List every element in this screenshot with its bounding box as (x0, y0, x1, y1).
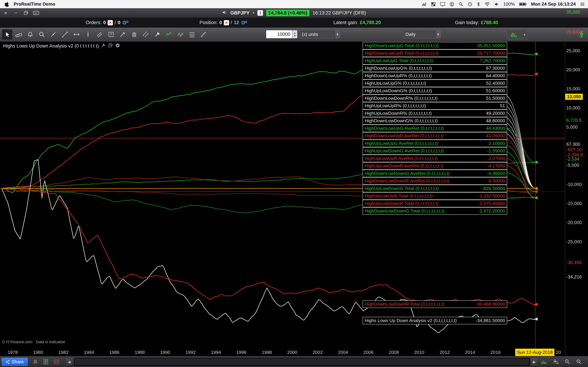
legend-value: -9.50000 (487, 178, 505, 184)
legend-label: HighDownLowUpG Total (0,t,t,t,t,t,t,t) (365, 43, 439, 48)
legend-label: HighUpLowUpR AveRet (0,t,t,t,t,t,t,t) (365, 156, 438, 161)
price-axis-label: -2,534 (566, 156, 579, 162)
price-axis-label: -15,000 (566, 201, 582, 206)
legend-row[interactable]: HighUpLowUpR% (0,t,t,t,t,t,t,t)51 (363, 102, 507, 109)
legend-label: HighUpLowUpG% (0,t,t,t,t,t,t,t) (365, 81, 426, 86)
scrollbar-thumb[interactable] (75, 358, 529, 365)
legend-row[interactable]: HighDownLowDownG% (0,t,t,t,t,t,t,t)48.80… (363, 117, 507, 125)
share-label: Share (12, 359, 24, 365)
legend-value: 44.43000 (486, 126, 505, 131)
portfolio-icon[interactable] (52, 358, 61, 366)
time-axis-label: 1988 (131, 350, 148, 355)
legend-row[interactable]: HighUpLowDownR AveRet (0,t,t,t,t,t,t,t)-… (363, 162, 507, 170)
legend-row[interactable]: HighUpLowDownG% (0,t,t,t,t,t,t,t)51.6000… (363, 87, 507, 95)
legend-value: -4.36000 (487, 171, 505, 176)
price-axis[interactable]: 35,08529,84925,00020,00015,00013,05010,0… (565, 0, 588, 325)
legend-row[interactable]: HighDownLowDownR Total (0,t,t,t,t,t,t,t)… (363, 300, 507, 308)
legend-value: 49.20000 (486, 111, 505, 116)
legend-row[interactable]: HighUpLowUpR Total (0,t,t,t,t,t,t,t)-1,3… (363, 192, 507, 200)
bottom-toolbar: Share ◀ ▶ (0, 356, 588, 367)
legend-row[interactable]: HighUpLowUpG AveRet (0,t,t,t,t,t,t,t)2.1… (363, 140, 507, 147)
legend-value: 51 (500, 103, 505, 108)
legend-row[interactable]: HighDownLowUpR Total (0,t,t,t,t,t,t,t)29… (363, 50, 507, 57)
price-axis-label: 35,085 (566, 9, 580, 15)
add-indicator-icon[interactable] (540, 358, 548, 366)
price-axis-label: 5,000 (566, 125, 578, 130)
legend-value: -4.17000 (487, 163, 505, 169)
legend-row[interactable]: HighDownLowUpG% (0,t,t,t,t,t,t,t)67.3000… (363, 65, 507, 72)
year-label-partial: 20 (556, 350, 561, 355)
share-button[interactable]: Share (1, 358, 28, 366)
legend-row[interactable]: HighDownLowUpG AveRet (0,t,t,t,t,t,t,t)4… (363, 125, 507, 132)
legend-row[interactable]: HighUpLowUpG Total (0,t,t,t,t,t,t,t)7,26… (363, 57, 507, 65)
legend-row[interactable]: HighUpLowDownG Total (0,t,t,t,t,t,t,t)-8… (363, 185, 507, 192)
legend-label: HighDownLowUpG AveRet (0,t,t,t,t,t,t,t) (365, 126, 444, 131)
legend-row[interactable]: HighUpLowDownG AveRet (0,t,t,t,t,t,t,t)-… (363, 147, 507, 155)
legend-label: HighDownLowDownR% (0,t,t,t,t,t,t,t) (365, 96, 438, 101)
legend-row[interactable]: HighUpLowDownR Total (0,t,t,t,t,t,t,t)-2… (363, 200, 507, 207)
trader-profile-icon[interactable] (31, 358, 40, 366)
legend-value: 51.60000 (486, 88, 505, 93)
price-axis-label: 13,050 (565, 94, 583, 100)
legend-label: HighDownLowDownG% (0,t,t,t,t,t,t,t) (365, 118, 438, 124)
legend-value: 2.10000 (489, 141, 505, 146)
scroll-left-button[interactable]: ◀ (65, 358, 73, 366)
price-axis-label: 20,000 (566, 67, 580, 73)
find-instrument-icon[interactable] (552, 358, 560, 366)
indicator-settings-icon[interactable] (101, 43, 106, 49)
zoom-out-icon[interactable] (563, 358, 571, 366)
legend-value: -1.55000 (487, 148, 505, 154)
legend-label: HighDownLowDownG Total (0,t,t,t,t,t,t,t) (365, 208, 444, 214)
chart-scrollbar[interactable] (74, 358, 530, 366)
legend-row[interactable]: HighDownLowUpR% (0,t,t,t,t,t,t,t)64.4000… (363, 72, 507, 80)
legend-value: 7,262.70000 (480, 58, 505, 63)
copyright-text: © IT-Finance.com (2, 340, 33, 344)
time-axis-label: 2006 (360, 350, 377, 355)
legend-row[interactable]: HighUpLowUpG% (0,t,t,t,t,t,t,t)52.40000 (363, 80, 507, 87)
time-axis-label: 1980 (29, 350, 47, 355)
legend-value: -2.07000 (487, 156, 505, 161)
legend-value: 35,051.50000 (477, 43, 505, 48)
legend-value: -1,332.50000 (478, 193, 505, 199)
legend-value: 52.40000 (486, 81, 505, 86)
indicator-close-icon[interactable] (115, 43, 120, 49)
legend-value: 67.30000 (486, 66, 505, 71)
legend-label: HighDownLowUpG% (0,t,t,t,t,t,t,t) (365, 66, 432, 71)
time-axis[interactable]: 1978198019821984198619881990199219941996… (0, 349, 565, 357)
time-axis-label: 2004 (334, 350, 352, 355)
chart-area[interactable]: Highs Lows Up Down Analysis v2 (0 t t t … (0, 42, 588, 367)
legend-value: 48.80000 (486, 118, 505, 124)
report-icon[interactable] (42, 358, 50, 366)
time-axis-label: 1978 (4, 350, 22, 355)
time-axis-label: 2000 (284, 350, 301, 355)
legend-row[interactable]: HighDownLowUpG Total (0,t,t,t,t,t,t,t)35… (363, 42, 507, 50)
legend-label: HighUpLowUpR Total (0,t,t,t,t,t,t,t) (365, 193, 432, 199)
price-axis-label: -5,000 (566, 163, 579, 168)
legend-row[interactable]: HighDownLowDownR% (0,t,t,t,t,t,t,t)51.50… (363, 95, 507, 102)
legend-label: HighDownLowDownR Total (0,t,t,t,t,t,t,t) (365, 301, 444, 307)
time-axis-label: 2016 (487, 350, 504, 355)
price-axis-label: -927.10 (566, 147, 582, 152)
price-axis-label: -30,456 (566, 260, 582, 265)
legend-label: HighDownLowUpR Total (0,t,t,t,t,t,t,t) (365, 50, 438, 56)
legend-row[interactable]: Highs Lows Up Down Analysis v2 (0,t,t,t,… (363, 317, 507, 324)
scroll-right-button[interactable]: ▶ (531, 358, 538, 366)
legend-label: HighUpLowUpR% (0,t,t,t,t,t,t,t) (365, 103, 426, 108)
legend-row[interactable]: HighUpLowUpR AveRet (0,t,t,t,t,t,t,t)-2.… (363, 155, 507, 162)
legend-row[interactable]: HighDownLowDownR AveRet (0,t,t,t,t,t,t,t… (363, 177, 507, 185)
indicator-detach-icon[interactable] (108, 43, 113, 49)
legend-row[interactable]: HighDownLowDownG Total (0,t,t,t,t,t,t,t)… (363, 207, 507, 215)
indicator-title: Highs Lows Up Down Analysis v2 (0 t t t … (3, 43, 99, 49)
legend-row[interactable]: HighDownLowUpR AveRet (0,t,t,t,t,t,t,t)4… (363, 132, 507, 140)
prorealtime-app: ProRealTime Demo 100% Mon 24 Sep 16:13:2… (0, 0, 588, 367)
price-axis-label: -34,216 (566, 274, 582, 280)
price-axis-label: -10,000 (566, 182, 582, 187)
legend-row[interactable]: HighUpLowDownR% (0,t,t,t,t,t,t,t)49.2000… (363, 109, 507, 117)
zoom-in-icon[interactable] (575, 358, 583, 366)
legend-label: HighUpLowDownR% (0,t,t,t,t,t,t,t) (365, 111, 432, 116)
time-axis-label: 2010 (411, 350, 428, 355)
time-axis-label: 1994 (207, 350, 225, 355)
legend-row[interactable]: HighDownLowDownG AveRet (0,t,t,t,t,t,t,t… (363, 170, 507, 177)
price-axis-label: 29,849 (566, 30, 580, 35)
legend-label: Highs Lows Up Down Analysis v2 (0,t,t,t,… (365, 318, 457, 323)
